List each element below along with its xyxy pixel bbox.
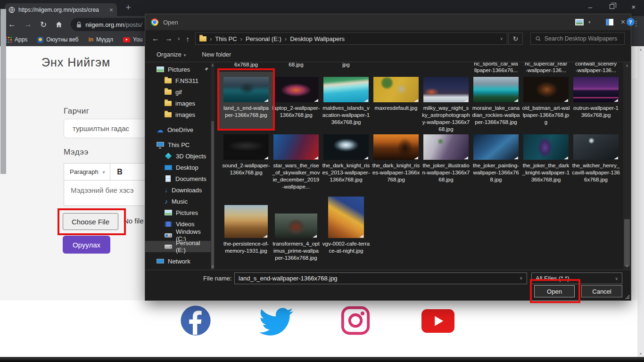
tab-close-icon[interactable]: × xyxy=(109,7,113,13)
file-item[interactable]: the_dark_knight_rises-wallpaper-644x362… xyxy=(371,134,421,190)
file-item[interactable]: milky_way_night_sky_astrophotography-wal… xyxy=(421,77,471,133)
breadcrumb-bar[interactable]: › This PC › Personal (E:) › Desktop Wall… xyxy=(195,33,507,45)
reload-icon[interactable]: ↻ xyxy=(40,20,47,30)
file-item[interactable]: the_joker_illustration-wallpaper-1366x76… xyxy=(421,134,471,190)
file-item[interactable]: the_dark_knight_rises_2013-wallpaper-136… xyxy=(321,134,371,190)
submit-button[interactable]: Оруулах xyxy=(63,236,110,254)
file-item[interactable]: transformers_4_optimus_prime-wallpaper-1… xyxy=(271,196,321,262)
youtube-icon[interactable] xyxy=(421,309,454,333)
breadcrumb-drive[interactable]: Personal (E:) xyxy=(246,35,281,42)
search-input[interactable] xyxy=(545,35,619,42)
home-icon[interactable] xyxy=(55,20,63,29)
scroll-down-icon[interactable]: ▼ xyxy=(637,352,644,355)
thumbnail-view-icon[interactable] xyxy=(575,19,584,25)
clipped-file-label[interactable]: nc_sports_car_wa llpaper-1366x76... xyxy=(471,62,521,74)
breadcrumb-dropdown-icon[interactable]: ∨ xyxy=(500,36,503,41)
sidebar-item-folder[interactable]: images xyxy=(145,109,211,120)
sidebar-scrollbar-thumb[interactable] xyxy=(211,121,214,269)
breadcrumb-separator: › xyxy=(210,35,212,42)
file-list-scrollbar[interactable]: ∧ ∨ xyxy=(623,62,631,270)
page-scrollbar[interactable]: ▲ ▼ xyxy=(637,46,644,357)
resize-grip[interactable] xyxy=(626,295,629,299)
breadcrumb-folder[interactable]: Desktop Wallpapers xyxy=(290,35,345,42)
new-folder-button[interactable]: New folder xyxy=(202,51,231,58)
file-item[interactable]: the_joker_the_dark_knight-wallpaper-1366… xyxy=(521,134,571,190)
clipped-file-label[interactable]: contwall_scenery -wallpaper-136... xyxy=(571,62,621,74)
scroll-up-icon[interactable]: ∧ xyxy=(211,63,215,67)
breadcrumb-this-pc[interactable]: This PC xyxy=(215,35,237,42)
clipped-file-label[interactable]: 68.jpg xyxy=(271,62,321,68)
file-name-input[interactable] xyxy=(234,272,527,284)
file-item[interactable]: laptop_2-wallpaper-644x362.jpg xyxy=(271,77,321,133)
file-item[interactable]: moraine_lake_canadian_rockies-wallpaper-… xyxy=(471,77,521,133)
file-item[interactable]: maxresdefault.jpg xyxy=(371,77,421,133)
back-icon[interactable]: ← xyxy=(8,20,16,29)
sidebar-item-network[interactable]: Network xyxy=(145,255,211,267)
sidebar-item-pictures[interactable]: Pictures xyxy=(145,207,211,218)
window-close-button[interactable]: × xyxy=(623,0,644,13)
file-item[interactable]: old_batman_art-wallpaper-644x362.jpg xyxy=(521,77,571,133)
help-icon[interactable]: ? xyxy=(627,18,635,26)
nav-forward-icon[interactable]: → xyxy=(165,34,173,43)
file-thumbnail xyxy=(573,134,619,160)
file-item[interactable]: outrun-wallpaper-644x362.jpg xyxy=(571,77,621,133)
browser-tab[interactable]: https://niigem.org.mn/posts/crea × xyxy=(5,3,117,16)
bookmark-student-web[interactable]: Оюутны веб xyxy=(37,36,78,43)
bookmark-moodle[interactable]: in Мүүдл xyxy=(88,36,113,43)
clipped-file-label[interactable]: 6x768.jpg xyxy=(221,62,271,68)
cancel-button[interactable]: Cancel xyxy=(581,285,622,297)
sidebar-item-folder[interactable]: F.NS311 xyxy=(145,75,211,86)
twitter-icon[interactable] xyxy=(259,308,293,336)
window-restore-button[interactable] xyxy=(602,0,622,13)
file-item[interactable]: star_wars_the_rise_of_skywalker_movie_de… xyxy=(271,134,321,190)
file-item[interactable]: the_joker_painting-wallpaper-644x362.jp… xyxy=(471,134,521,190)
sidebar-item-folder[interactable]: gif xyxy=(145,86,211,98)
sidebar-item-downloads[interactable]: ↓Downloads xyxy=(145,184,211,196)
page-scrollbar-thumb[interactable] xyxy=(0,9,6,174)
sidebar-item-pictures-quickaccess[interactable]: Pictures xyxy=(145,64,211,75)
file-item[interactable]: maldives_islands_vacation-wallpaper-1366… xyxy=(321,77,371,133)
bookmark-youtube[interactable]: You xyxy=(123,36,142,43)
sidebar-item-3d-objects[interactable]: 3D Objects xyxy=(145,150,211,162)
file-list-scrollbar-thumb[interactable] xyxy=(624,219,630,266)
instagram-icon[interactable] xyxy=(340,305,371,336)
sidebar-item-music[interactable]: ♪Music xyxy=(145,196,211,207)
sidebar-item-documents[interactable]: Documents xyxy=(145,173,211,184)
file-item[interactable]: vgv-0002-cafe-terrace-at-night.jpg xyxy=(321,196,371,262)
clipped-file-label[interactable]: jpg xyxy=(321,62,371,68)
file-item[interactable]: the_witcher_henry_cavill-wallpaper-1366x… xyxy=(571,134,621,190)
refresh-button[interactable]: ↻ xyxy=(508,33,523,45)
forward-icon[interactable]: → xyxy=(24,20,32,29)
facebook-icon[interactable] xyxy=(180,305,211,336)
window-minimize-button[interactable]: – xyxy=(580,0,601,13)
file-item[interactable]: the-persistence-of-memory-1931.jpg xyxy=(221,196,271,262)
sidebar-item-folder[interactable]: images xyxy=(145,98,211,109)
scroll-up-icon[interactable]: ▲ xyxy=(637,48,644,51)
file-item[interactable]: sound_2-wallpaper-644x362.jpg xyxy=(221,134,271,190)
clipped-file-label[interactable]: nc_supercar_rear -wallpaper-136... xyxy=(521,62,571,74)
view-options-chevron-icon[interactable]: ▾ xyxy=(588,20,591,25)
preview-pane-icon[interactable] xyxy=(606,19,613,25)
editor-body[interactable]: Мэдээний бие хэсэ xyxy=(64,181,158,206)
sidebar-item-desktop[interactable]: Desktop xyxy=(145,162,211,173)
nav-history-chevron-icon[interactable]: ∨ xyxy=(177,36,181,41)
sidebar-item-this-pc[interactable]: This PC xyxy=(145,139,211,150)
bold-button[interactable]: B xyxy=(110,168,129,176)
paragraph-select[interactable]: Paragraph xyxy=(64,168,102,175)
sidebar-scrollbar[interactable]: ∧ ∨ xyxy=(211,62,215,270)
scroll-down-icon[interactable]: ∨ xyxy=(211,264,215,269)
scroll-up-icon[interactable]: ∧ xyxy=(623,64,631,68)
sidebar-item-personal-e[interactable]: Personal (E:) xyxy=(145,241,211,252)
search-box[interactable] xyxy=(530,33,625,45)
site-brand[interactable]: Энх Нийгэм xyxy=(41,56,110,69)
sidebar-item-onedrive[interactable]: ☁OneDrive xyxy=(145,124,211,135)
nav-back-icon[interactable]: ← xyxy=(152,34,159,43)
file-name-dropdown-icon[interactable]: ∨ xyxy=(520,276,523,280)
dialog-titlebar[interactable]: Open × xyxy=(145,14,631,30)
bookmark-apps[interactable]: Apps xyxy=(6,36,27,43)
nav-up-icon[interactable]: ↑ xyxy=(186,35,190,43)
bottom-strip xyxy=(0,357,644,362)
scroll-down-icon[interactable]: ∨ xyxy=(623,264,631,268)
new-tab-button[interactable]: + xyxy=(123,2,134,14)
organize-button[interactable]: Organize▾ xyxy=(157,51,186,58)
